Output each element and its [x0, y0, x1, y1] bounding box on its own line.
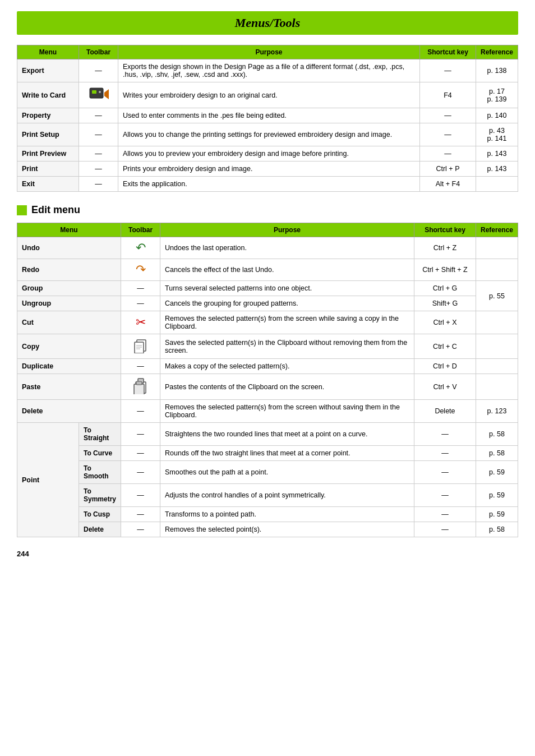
toolbar-col-to-cusp: —: [121, 507, 160, 522]
menu-item-copy: Copy: [17, 334, 121, 359]
ref-undo: [476, 237, 518, 259]
ref-to-curve: p. 58: [476, 446, 518, 461]
shortcut-point-delete: —: [414, 522, 476, 537]
purpose-print: Prints your embroidery design and image.: [118, 162, 420, 177]
table-row: ToSmooth — Smoothes out the path at a po…: [17, 461, 518, 484]
shortcut-cut: Ctrl + X: [414, 311, 476, 334]
ref-to-cusp: p. 59: [476, 507, 518, 522]
shortcut-write-to-card: F4: [419, 82, 476, 108]
purpose-undo: Undoes the last operation.: [160, 237, 414, 259]
ref-delete: p. 123: [476, 400, 518, 423]
file-table-header-purpose: Purpose: [118, 45, 420, 59]
ref-write-to-card: p. 17p. 139: [476, 82, 518, 108]
table-row: Redo ↷ Cancels the effect of the last Un…: [17, 259, 518, 281]
edit-table-header-ref: Reference: [476, 223, 518, 237]
page-title: Menus/Tools: [17, 16, 518, 30]
table-row: Ungroup — Cancels the grouping for group…: [17, 296, 518, 311]
edit-table-header-menu: Menu: [17, 223, 121, 237]
edit-menu-title: Edit menu: [31, 204, 80, 216]
shortcut-to-curve: —: [414, 446, 476, 461]
sub-menu-to-symmetry: ToSymmetry: [79, 484, 121, 507]
shortcut-exit: Alt + F4: [419, 177, 476, 192]
shortcut-to-smooth: —: [414, 461, 476, 484]
write-to-card-icon: [89, 86, 109, 103]
toolbar-col-ungroup: —: [121, 296, 160, 311]
table-row: Cut ✂ Removes the selected pattern(s) fr…: [17, 311, 518, 334]
menu-item-point: Point: [17, 423, 79, 537]
purpose-copy: Saves the selected pattern(s) in the Cli…: [160, 334, 414, 359]
ref-group: p. 55: [476, 281, 518, 311]
menu-item-print-preview: Print Preview: [17, 146, 79, 162]
table-row: Delete — Removes the selected pattern(s)…: [17, 400, 518, 423]
toolbar-col-duplicate: —: [121, 359, 160, 374]
toolbar-col-to-curve: —: [121, 446, 160, 461]
svg-point-3: [99, 91, 101, 93]
file-menu-table: Menu Toolbar Purpose Shortcut key Refere…: [17, 45, 518, 192]
purpose-print-preview: Allows you to preview your embroidery de…: [118, 146, 420, 162]
page-number: 244: [17, 550, 518, 558]
shortcut-paste: Ctrl + V: [414, 374, 476, 400]
purpose-cut: Removes the selected pattern(s) from the…: [160, 311, 414, 334]
shortcut-delete: Delete: [414, 400, 476, 423]
purpose-write-to-card: Writes your embroidery design to an orig…: [118, 82, 420, 108]
ref-redo: [476, 259, 518, 281]
page-header: Menus/Tools: [17, 11, 518, 35]
table-row: To Curve — Rounds off the two straight l…: [17, 446, 518, 461]
toolbar-col-cut: ✂: [121, 311, 160, 334]
svg-rect-5: [135, 342, 144, 353]
shortcut-redo: Ctrl + Shift + Z: [414, 259, 476, 281]
purpose-redo: Cancels the effect of the last Undo.: [160, 259, 414, 281]
shortcut-group: Ctrl + G: [414, 281, 476, 296]
menu-item-undo: Undo: [17, 237, 121, 259]
toolbar-col-point-delete: —: [121, 522, 160, 537]
toolbar-col-to-smooth: —: [121, 461, 160, 484]
ref-print-preview: p. 143: [476, 146, 518, 162]
table-row: To Cusp — Transforms to a pointed path. …: [17, 507, 518, 522]
menu-item-property: Property: [17, 108, 79, 123]
toolbar-col-to-symmetry: —: [121, 484, 160, 507]
table-row: Undo ↶ Undoes the last operation. Ctrl +…: [17, 237, 518, 259]
table-row: Point ToStraight — Straightens the two r…: [17, 423, 518, 446]
purpose-to-cusp: Transforms to a pointed path.: [160, 507, 414, 522]
menu-item-print-setup: Print Setup: [17, 123, 79, 146]
shortcut-export: —: [419, 59, 476, 82]
purpose-exit: Exits the application.: [118, 177, 420, 192]
toolbar-col-write-to-card: [79, 82, 118, 108]
menu-item-paste: Paste: [17, 374, 121, 400]
sub-menu-point-delete: Delete: [79, 522, 121, 537]
toolbar-col-print: —: [79, 162, 118, 177]
table-row: Print Preview — Allows you to preview yo…: [17, 146, 518, 162]
svg-rect-12: [136, 381, 142, 385]
ref-property: p. 140: [476, 108, 518, 123]
file-table-header-shortcut: Shortcut key: [419, 45, 476, 59]
table-row: Duplicate — Makes a copy of the selected…: [17, 359, 518, 374]
ref-to-straight: p. 58: [476, 423, 518, 446]
edit-menu-table: Menu Toolbar Purpose Shortcut key Refere…: [17, 223, 518, 537]
menu-item-delete: Delete: [17, 400, 121, 423]
ref-paste: [476, 374, 518, 400]
toolbar-col-paste: [121, 374, 160, 400]
purpose-export: Exports the design shown in the Design P…: [118, 59, 420, 82]
ref-copy: [476, 334, 518, 359]
purpose-ungroup: Cancels the grouping for grouped pattern…: [160, 296, 414, 311]
toolbar-col-copy: [121, 334, 160, 359]
svg-rect-11: [134, 384, 144, 394]
table-row: Group — Turns several selected patterns …: [17, 281, 518, 296]
toolbar-col-print-setup: —: [79, 123, 118, 146]
shortcut-to-cusp: —: [414, 507, 476, 522]
ref-point-delete: p. 58: [476, 522, 518, 537]
edit-table-header-shortcut: Shortcut key: [414, 223, 476, 237]
toolbar-col-group: —: [121, 281, 160, 296]
menu-item-ungroup: Ungroup: [17, 296, 121, 311]
edit-menu-heading: Edit menu: [17, 204, 518, 216]
purpose-point-delete: Removes the selected point(s).: [160, 522, 414, 537]
table-row: Delete — Removes the selected point(s). …: [17, 522, 518, 537]
shortcut-copy: Ctrl + C: [414, 334, 476, 359]
edit-table-header-toolbar: Toolbar: [121, 223, 160, 237]
file-table-header-menu: Menu: [17, 45, 79, 59]
table-row: Copy Saves the selected pattern(s) in th…: [17, 334, 518, 359]
menu-item-group: Group: [17, 281, 121, 296]
toolbar-col-undo: ↶: [121, 237, 160, 259]
ref-print: p. 143: [476, 162, 518, 177]
toolbar-col-exit: —: [79, 177, 118, 192]
